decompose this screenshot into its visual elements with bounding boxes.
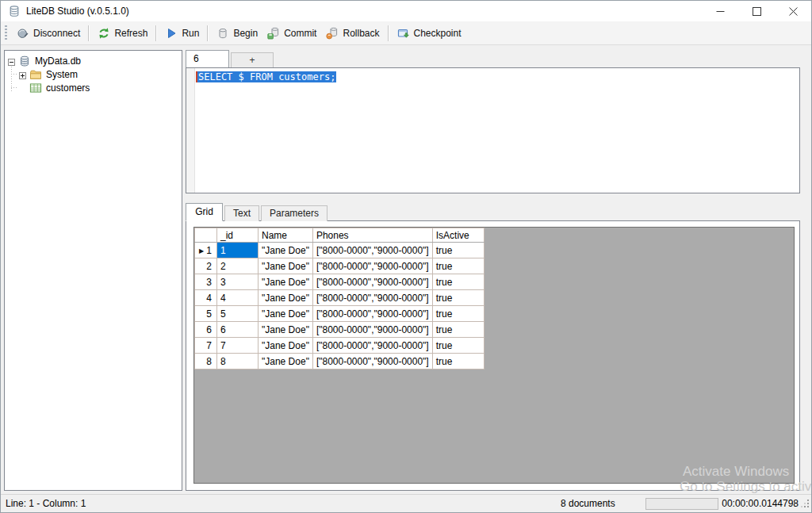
grid-cell[interactable]: 8 — [217, 354, 259, 369]
close-button[interactable] — [775, 1, 811, 21]
begin-label: Begin — [233, 28, 258, 39]
begin-button[interactable]: Begin — [212, 25, 262, 42]
grid-row[interactable]: 44"Jane Doe"["8000-0000","9000-0000"]tru… — [195, 290, 485, 306]
new-query-tab-button[interactable]: + — [231, 52, 274, 68]
grid-cell[interactable]: ["8000-0000","9000-0000"] — [312, 258, 432, 274]
disconnect-button[interactable]: Disconnect — [12, 25, 85, 42]
caret-position-status: Line: 1 - Column: 1 — [6, 498, 86, 509]
grid-column-header[interactable]: Phones — [312, 228, 432, 243]
grid-cell[interactable]: ["8000-0000","9000-0000"] — [312, 354, 432, 369]
database-tree-panel[interactable]: MyData.db System — [4, 50, 182, 491]
title-bar[interactable]: LiteDB Studio (v.0.5.1.0) — [1, 1, 811, 21]
close-icon — [789, 7, 798, 16]
grid-row[interactable]: 22"Jane Doe"["8000-0000","9000-0000"]tru… — [195, 258, 485, 274]
expand-expander-icon[interactable] — [19, 71, 26, 78]
grid-row[interactable]: 33"Jane Doe"["8000-0000","9000-0000"]tru… — [195, 274, 485, 290]
minimize-button[interactable] — [702, 1, 738, 21]
grid-cell[interactable]: "Jane Doe" — [259, 322, 313, 338]
sql-editor[interactable]: SELECT $ FROM customers; — [186, 67, 800, 193]
commit-button[interactable]: Commit — [262, 25, 321, 42]
grid-cell[interactable]: "Jane Doe" — [259, 306, 313, 322]
grid-cell[interactable]: true — [432, 290, 484, 306]
toolbar-separator — [155, 25, 157, 41]
grid-cell[interactable]: ["8000-0000","9000-0000"] — [312, 306, 432, 322]
commit-icon — [267, 27, 280, 40]
refresh-button[interactable]: Refresh — [93, 25, 152, 42]
query-tab-6[interactable]: 6 — [186, 50, 229, 68]
grid-row-header[interactable]: 6 — [195, 322, 217, 338]
grid-column-header[interactable]: IsActive — [432, 228, 484, 243]
grid-cell[interactable]: true — [432, 258, 484, 274]
grid-cell[interactable]: ["8000-0000","9000-0000"] — [312, 243, 432, 258]
database-icon — [18, 55, 31, 67]
grid-row[interactable]: 77"Jane Doe"["8000-0000","9000-0000"]tru… — [195, 338, 485, 354]
grid-tab-page: _idNamePhonesIsActive▶11"Jane Doe"["8000… — [186, 220, 800, 491]
grid-row-header[interactable]: 7 — [195, 338, 217, 354]
grid-cell[interactable]: "Jane Doe" — [259, 274, 313, 290]
tab-text[interactable]: Text — [224, 205, 259, 221]
collapse-expander-icon[interactable] — [8, 57, 15, 64]
tab-parameters-label: Parameters — [270, 208, 319, 219]
run-button[interactable]: Run — [160, 25, 204, 42]
grid-row-header[interactable]: ▶1 — [195, 243, 217, 258]
grid-cell[interactable]: 4 — [217, 290, 259, 306]
grid-cell[interactable]: true — [432, 354, 484, 369]
refresh-label: Refresh — [114, 28, 147, 39]
disconnect-label: Disconnect — [33, 28, 80, 39]
grid-row-header[interactable]: 2 — [195, 258, 217, 274]
grid-cell[interactable]: true — [432, 306, 484, 322]
grid-cell[interactable]: ["8000-0000","9000-0000"] — [312, 290, 432, 306]
grid-cell[interactable]: true — [432, 243, 484, 258]
grid-cell[interactable]: 3 — [217, 274, 259, 290]
refresh-icon — [98, 27, 110, 40]
grid-row-header[interactable]: 5 — [195, 306, 217, 322]
tree-item-system[interactable]: System — [5, 67, 182, 81]
grid-cell[interactable]: "Jane Doe" — [259, 290, 313, 306]
grid-column-header[interactable]: Name — [259, 228, 313, 243]
grid-row-header[interactable]: 3 — [195, 274, 217, 290]
rollback-button[interactable]: Rollback — [321, 25, 384, 42]
folder-icon — [29, 68, 42, 81]
grid-cell[interactable]: "Jane Doe" — [259, 354, 313, 369]
tab-parameters[interactable]: Parameters — [261, 205, 327, 221]
maximize-button[interactable] — [738, 1, 775, 21]
grid-column-header[interactable]: _id — [217, 228, 259, 243]
grid-row-header[interactable]: 4 — [195, 290, 217, 306]
disconnect-icon — [17, 27, 29, 40]
grid-cell[interactable]: true — [432, 274, 484, 290]
grid-cell[interactable]: 2 — [217, 258, 259, 274]
run-icon — [165, 27, 178, 40]
toolbar-grip[interactable] — [5, 25, 7, 41]
sql-text-line[interactable]: SELECT $ FROM customers; — [197, 71, 336, 83]
tree-item-mydata-db[interactable]: MyData.db — [5, 54, 182, 67]
grid-cell[interactable]: "Jane Doe" — [259, 338, 313, 354]
grid-cell[interactable]: "Jane Doe" — [259, 243, 313, 258]
grid-row[interactable]: 55"Jane Doe"["8000-0000","9000-0000"]tru… — [195, 306, 485, 322]
tab-grid[interactable]: Grid — [186, 203, 223, 221]
grid-row[interactable]: 88"Jane Doe"["8000-0000","9000-0000"]tru… — [195, 354, 485, 369]
grid-cell[interactable]: true — [432, 322, 484, 338]
commit-label: Commit — [284, 28, 316, 39]
run-label: Run — [182, 28, 199, 39]
grid-cell[interactable]: ["8000-0000","9000-0000"] — [312, 338, 432, 354]
grid-cell[interactable]: 6 — [217, 322, 259, 338]
grid-cell[interactable]: 7 — [217, 338, 259, 354]
rollback-label: Rollback — [343, 28, 379, 39]
grid-cell[interactable]: true — [432, 338, 484, 354]
tree-item-customers[interactable]: customers — [5, 81, 182, 94]
tab-text-label: Text — [233, 208, 251, 219]
grid-row[interactable]: 66"Jane Doe"["8000-0000","9000-0000"]tru… — [195, 322, 485, 338]
expander-placeholder — [19, 84, 26, 91]
grid-row-header[interactable]: 8 — [195, 354, 217, 369]
grid-cell[interactable]: 1 — [217, 243, 259, 258]
maximize-icon — [753, 7, 761, 16]
grid-row[interactable]: ▶11"Jane Doe"["8000-0000","9000-0000"]tr… — [195, 243, 485, 258]
resize-grip[interactable] — [800, 499, 810, 511]
result-data-grid[interactable]: _idNamePhonesIsActive▶11"Jane Doe"["8000… — [193, 227, 795, 484]
grid-cell[interactable]: ["8000-0000","9000-0000"] — [312, 322, 432, 338]
grid-cell[interactable]: "Jane Doe" — [259, 258, 313, 274]
checkpoint-button[interactable]: Checkpoint — [393, 25, 466, 42]
grid-corner-cell[interactable] — [195, 228, 217, 243]
grid-cell[interactable]: ["8000-0000","9000-0000"] — [312, 274, 432, 290]
grid-cell[interactable]: 5 — [217, 306, 259, 322]
